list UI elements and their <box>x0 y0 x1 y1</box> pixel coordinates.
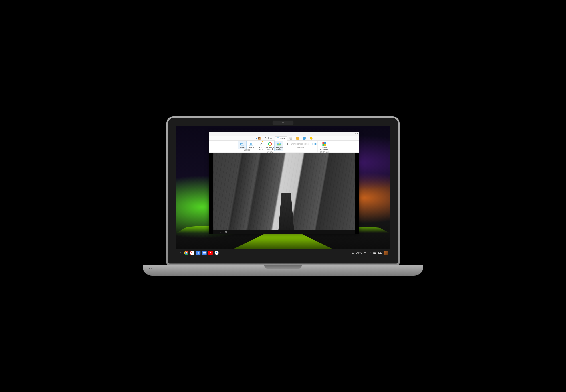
webcam-lens <box>282 122 284 123</box>
optimize-speed-label: Optimize Speed <box>266 147 274 150</box>
tab-extras-2[interactable] <box>294 136 301 140</box>
smile-icon <box>310 137 312 140</box>
tab-view-label: View <box>280 137 285 140</box>
shelf-status-area[interactable]: 1 14:49 DE <box>352 251 388 255</box>
tab-extras-1[interactable] <box>287 136 294 140</box>
webcam-notch <box>273 121 294 125</box>
checkbox-icon <box>285 143 288 145</box>
monitor-1-icon <box>312 143 313 145</box>
remote-session-window: – □ × × Actions <box>209 132 359 234</box>
folder-icon <box>296 137 299 140</box>
gauge-icon <box>268 142 272 146</box>
wifi-icon <box>369 252 371 254</box>
remote-desktop-viewport[interactable]: ⌕ ⧉ <box>209 153 359 234</box>
keyboard-language[interactable]: DE <box>378 252 382 254</box>
show-remote-cursor-toggle[interactable]: Show remote cursor <box>284 142 312 146</box>
session-toolbar: × Actions View <box>209 136 359 140</box>
best-fit-button[interactable]: Best Fit <box>238 141 247 149</box>
scaling-group-label: Scaling <box>244 149 250 152</box>
tab-actions-label: Actions <box>265 137 272 140</box>
app-chrome[interactable] <box>184 251 188 255</box>
maximize-button[interactable]: □ <box>354 132 355 135</box>
close-session-icon: × <box>256 137 257 140</box>
ribbon-group-performance: Screen resolution Performance <box>318 140 331 153</box>
tab-chat[interactable] <box>301 136 307 140</box>
app-google-search[interactable]: g <box>196 251 200 255</box>
remote-wallpaper-rock-pillar <box>278 193 294 230</box>
tab-feedback[interactable] <box>308 136 314 140</box>
app-docs[interactable] <box>202 251 207 255</box>
launcher-button[interactable] <box>178 251 182 255</box>
show-remote-cursor-label: Show remote cursor <box>289 143 311 145</box>
remote-start-button[interactable] <box>215 231 218 234</box>
optimize-quality-button[interactable]: Optimize quality <box>274 141 283 151</box>
window-titlebar[interactable]: – □ × <box>209 132 359 136</box>
screen-resolution-label: Screen resolution <box>319 147 330 150</box>
svg-rect-3 <box>373 252 375 253</box>
tab-view[interactable]: View <box>275 136 287 140</box>
minimize-button[interactable]: – <box>351 132 353 135</box>
brush-icon <box>258 137 261 140</box>
picture-icon <box>277 142 281 145</box>
best-fit-icon <box>240 142 244 145</box>
resolution-icon <box>322 142 326 146</box>
monitors-group-label: Monitors <box>297 147 304 149</box>
remote-taskview-button[interactable]: ⧉ <box>225 230 228 234</box>
auto-select-button[interactable]: Auto select <box>257 141 266 151</box>
laptop-bezel: – □ × × Actions <box>168 118 398 263</box>
network-icon <box>364 252 367 254</box>
monitor-selector[interactable] <box>312 141 317 147</box>
shelf-left: g <box>178 251 219 255</box>
user-avatar[interactable] <box>384 251 388 255</box>
notification-count[interactable]: 1 <box>352 252 354 254</box>
best-fit-label: Best Fit <box>239 147 245 148</box>
close-button[interactable]: × <box>357 132 358 135</box>
svg-rect-4 <box>376 252 376 253</box>
original-button[interactable]: Original <box>247 141 256 149</box>
ribbon-group-scaling: Best Fit Original Scaling <box>238 140 256 153</box>
tab-actions[interactable]: Actions <box>263 136 275 140</box>
remote-windows-taskbar[interactable]: ⌕ ⧉ <box>213 230 355 234</box>
battery-icon <box>373 252 376 254</box>
laptop-indicator-leds <box>149 268 152 269</box>
app-teamviewer[interactable] <box>214 251 219 255</box>
remote-search-button[interactable]: ⌕ <box>220 230 223 234</box>
close-session-tab[interactable]: × <box>254 136 263 140</box>
clock[interactable]: 14:49 <box>356 252 362 254</box>
laptop-lid: – □ × × Actions <box>166 116 400 266</box>
ribbon-group-quality: Auto select Optimize Speed Optimize qual… <box>256 140 284 153</box>
svg-line-1 <box>181 253 181 254</box>
tools-icon <box>289 137 292 140</box>
laptop-base <box>143 266 423 276</box>
optimize-speed-button[interactable]: Optimize Speed <box>266 141 275 151</box>
search-icon <box>179 251 182 254</box>
monitor-icon <box>277 137 280 140</box>
original-label: Original <box>248 147 254 148</box>
original-icon <box>249 142 253 145</box>
view-ribbon: Best Fit Original Scaling <box>209 140 359 153</box>
auto-select-label: Auto select <box>257 147 265 150</box>
svg-point-0 <box>179 252 181 253</box>
monitor-2-icon <box>314 143 314 145</box>
monitor-all-icon <box>315 143 316 145</box>
chromeos-shelf: g 1 14:49 DE <box>176 249 390 256</box>
app-gmail[interactable] <box>190 252 194 255</box>
screen-resolution-button[interactable]: Screen resolution <box>318 141 330 151</box>
remote-wallpaper-cliff <box>213 153 355 230</box>
ribbon-group-monitors: Show remote cursor <box>284 140 318 153</box>
laptop-mockup: – □ × × Actions <box>143 116 423 276</box>
optimize-quality-label: Optimize quality <box>275 147 283 150</box>
wand-icon <box>260 142 262 145</box>
laptop-screen: – □ × × Actions <box>176 126 390 256</box>
chat-icon <box>303 137 306 140</box>
app-youtube[interactable] <box>209 251 213 255</box>
